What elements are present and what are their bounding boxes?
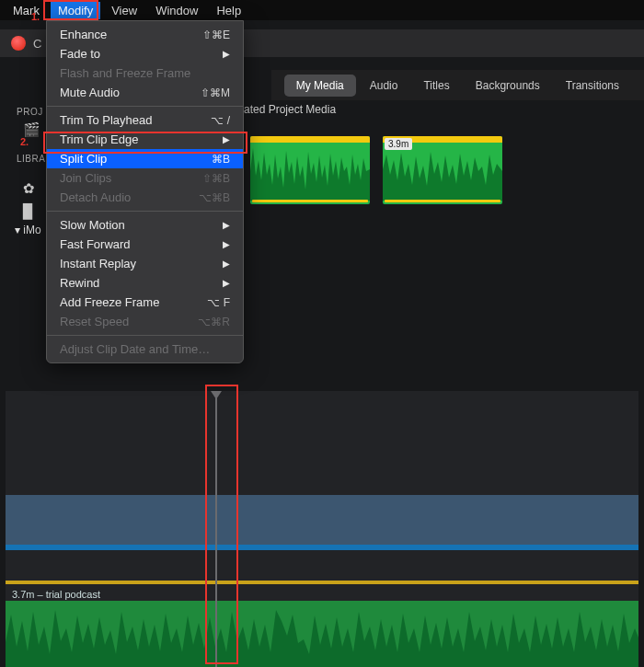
menu-separator — [47, 335, 243, 336]
timeline-clip-label: 3.7m – trial podcast — [12, 589, 100, 600]
record-icon[interactable] — [11, 36, 26, 51]
modify-menu: Enhance⇧⌘E Fade to▶ Flash and Freeze Fra… — [46, 20, 244, 363]
playhead[interactable] — [215, 391, 217, 667]
audio-level-bar — [252, 200, 368, 202]
menu-modify[interactable]: Modify — [51, 2, 100, 19]
menu-item-detach-audio: Detach Audio⌥⌘B — [47, 188, 243, 207]
menu-separator — [47, 211, 243, 212]
library-icon[interactable]: ▉ — [23, 203, 34, 220]
timeline-audio-track[interactable] — [6, 601, 638, 667]
timeline-audio-divider — [6, 581, 638, 584]
menu-item-trim-playhead[interactable]: Trim To Playhead⌥ / — [47, 110, 243, 130]
chevron-right-icon: ▶ — [223, 239, 230, 249]
menu-item-instant-replay[interactable]: Instant Replay▶ — [47, 254, 243, 273]
tab-my-media[interactable]: My Media — [284, 75, 356, 97]
menu-item-rewind[interactable]: Rewind▶ — [47, 273, 243, 293]
menu-item-join-clips: Join Clips⇧⌘B — [47, 168, 243, 188]
waveform-icon — [250, 144, 370, 201]
audio-waveform-top — [250, 136, 370, 143]
menu-item-add-freeze-frame[interactable]: Add Freeze Frame⌥ F — [47, 293, 243, 312]
media-tabs: My Media Audio Titles Backgrounds Transi… — [271, 70, 644, 100]
sidebar-section-projects: PROJ — [17, 107, 43, 117]
menu-item-slow-motion[interactable]: Slow Motion▶ — [47, 215, 243, 235]
menu-item-trim-clip-edge[interactable]: Trim Clip Edge▶ — [47, 130, 243, 149]
media-clip[interactable] — [250, 136, 370, 204]
chevron-right-icon: ▶ — [223, 259, 230, 269]
clip-duration-badge: 3.9m — [385, 138, 412, 150]
waveform-icon — [383, 144, 502, 201]
menu-view[interactable]: View — [104, 2, 144, 19]
menu-separator — [47, 106, 243, 107]
chevron-right-icon: ▶ — [223, 134, 230, 144]
menu-item-fast-forward[interactable]: Fast Forward▶ — [47, 235, 243, 254]
sidebar-item-imovie[interactable]: ▾ iMo — [15, 224, 41, 236]
tab-transitions[interactable]: Transitions — [554, 75, 631, 97]
media-clip[interactable]: 3.9m — [383, 136, 502, 204]
menu-help[interactable]: Help — [209, 2, 248, 19]
media-thumbnails: 3.9m — [250, 136, 502, 204]
menu-item-adjust-date: Adjust Clip Date and Time… — [47, 339, 243, 359]
waveform-icon — [6, 601, 638, 667]
menu-item-reset-speed: Reset Speed⌥⌘R — [47, 312, 243, 331]
record-label: C — [33, 37, 41, 51]
media-header: ated Project Media — [244, 103, 336, 116]
menu-window[interactable]: Window — [148, 2, 205, 19]
timeline-video-track[interactable] — [6, 495, 638, 550]
menu-item-fade-to[interactable]: Fade to▶ — [47, 44, 243, 63]
menu-item-flash-freeze: Flash and Freeze Frame — [47, 63, 243, 83]
menu-item-mute-audio[interactable]: Mute Audio⇧⌘M — [47, 83, 243, 102]
chevron-right-icon: ▶ — [223, 220, 230, 230]
menu-item-split-clip[interactable]: Split Clip⌘B — [47, 149, 243, 168]
menubar: Mark Modify View Window Help — [0, 0, 644, 20]
chevron-right-icon: ▶ — [223, 278, 230, 288]
tab-titles[interactable]: Titles — [411, 75, 461, 97]
chevron-right-icon: ▶ — [223, 49, 230, 59]
gear-icon[interactable]: ✿ — [23, 180, 35, 197]
annotation-label-1: 1. — [31, 11, 40, 22]
menu-item-enhance[interactable]: Enhance⇧⌘E — [47, 25, 243, 44]
tab-backgrounds[interactable]: Backgrounds — [464, 75, 552, 97]
timeline[interactable]: 3.7m – trial podcast — [6, 391, 638, 667]
tab-audio[interactable]: Audio — [358, 75, 410, 97]
audio-level-bar — [385, 200, 500, 202]
sidebar-section-libraries: LIBRA — [17, 154, 45, 164]
menu-mark[interactable]: Mark — [6, 2, 47, 19]
annotation-label-2: 2. — [20, 136, 29, 147]
